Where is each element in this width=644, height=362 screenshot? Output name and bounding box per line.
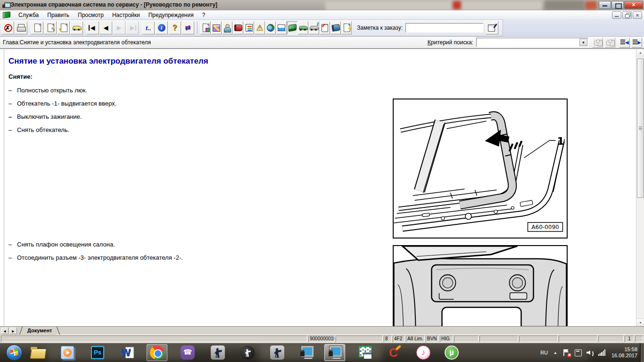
green-car-icon <box>299 24 307 32</box>
taskbar-chrome[interactable] <box>147 344 167 361</box>
action-center-flag-icon[interactable] <box>563 349 570 356</box>
order-note-button[interactable] <box>486 21 498 34</box>
show-desktop-button[interactable] <box>640 343 644 362</box>
tray-window-icon[interactable] <box>575 349 582 356</box>
exit-button[interactable]: ✗ <box>1 21 14 34</box>
menu-prosmotr[interactable]: Просмотр <box>74 11 108 19</box>
screen-settings-button[interactable] <box>276 21 287 34</box>
language-indicator[interactable]: RU <box>540 350 548 355</box>
scrollbar-thumb[interactable] <box>637 58 644 198</box>
refresh-button[interactable]: ⇄ <box>182 21 194 34</box>
photoshop-icon: Ps <box>91 346 104 359</box>
print-button[interactable] <box>15 21 27 34</box>
status-cell <box>598 336 624 342</box>
green-book-icon <box>289 24 297 32</box>
menu-sluzhba[interactable]: Служба <box>14 11 43 19</box>
mdi-restore-button[interactable] <box>622 11 632 19</box>
vehicle-button[interactable] <box>70 21 83 34</box>
page-question-icon: ? <box>342 24 351 32</box>
tab-document[interactable]: Документ <box>23 327 57 335</box>
taskbar-viber[interactable]: ☎ <box>177 344 198 361</box>
go-first-button[interactable]: ◀ <box>86 21 99 34</box>
taskbar-counter-strike-3[interactable] <box>267 344 288 361</box>
taskbar-elsa-active[interactable] <box>324 344 345 361</box>
toolbar: ✗ ✎ ★ ◀ ◀ ▶ ▶ t.. i ? ⇄ ⚠ i ✓ ? Заметка … <box>0 20 644 37</box>
close-button[interactable]: × <box>624 1 643 9</box>
network-signal-icon[interactable] <box>598 349 606 356</box>
warnings-button[interactable]: ⚠ <box>255 21 265 34</box>
expand-list-button[interactable]: ▶ <box>631 38 642 48</box>
scroll-up-button[interactable]: ▲ <box>636 49 644 57</box>
worklist-button[interactable] <box>244 21 254 34</box>
edit-document-button[interactable]: ✎ <box>44 21 57 34</box>
tab-scroll-right-button[interactable]: ▶ <box>9 328 17 334</box>
vertical-scrollbar[interactable]: ▲ ▼ <box>636 49 644 327</box>
media-document-button[interactable] <box>200 21 211 34</box>
counter-strike-icon <box>211 346 225 360</box>
taskbar-counter-strike[interactable] <box>207 344 228 361</box>
word-icon: W <box>121 346 134 359</box>
search-criteria-combobox[interactable]: ▼ <box>476 38 588 47</box>
taskbar-explorer[interactable] <box>27 344 48 361</box>
customer-button[interactable] <box>222 21 232 34</box>
repair-manual-button[interactable] <box>287 21 297 34</box>
go-previous-button[interactable]: ◀ <box>99 21 112 34</box>
clock[interactable]: 15:58 16.08.2017 <box>611 346 637 359</box>
collapse-list-button[interactable]: ◀ <box>619 38 630 48</box>
go-last-button[interactable]: ▶ <box>126 21 139 34</box>
menu-nastroyki[interactable]: Настройки <box>108 11 144 19</box>
volume-icon[interactable] <box>586 349 594 356</box>
info-button[interactable]: i <box>155 21 168 34</box>
taskbar-utorrent[interactable]: µ <box>441 344 462 361</box>
status-cell <box>454 336 479 342</box>
mdi-window-controls: × <box>611 11 642 19</box>
taskbar-media-player[interactable] <box>57 344 78 361</box>
online-button[interactable] <box>265 21 276 34</box>
scroll-down-button[interactable]: ▼ <box>636 319 644 327</box>
vehicle-info-button[interactable]: i <box>309 21 319 34</box>
taskbar-ccleaner[interactable]: C <box>385 344 405 361</box>
new-from-template-button[interactable]: ★ <box>57 21 70 34</box>
mdi-minimize-button[interactable] <box>612 11 621 19</box>
new-document-button[interactable] <box>31 21 43 34</box>
literature-button[interactable] <box>330 21 341 34</box>
window-controls: × <box>598 1 643 9</box>
parts-catalog-button[interactable] <box>211 21 222 34</box>
document-help-button[interactable]: ? <box>341 21 352 34</box>
taskbar-counter-strike-2[interactable] <box>237 344 258 361</box>
taskbar-itunes[interactable]: ♪ <box>413 344 434 361</box>
list-lines-icon <box>620 40 625 45</box>
step-item: –Снять обтекатель. <box>8 126 69 133</box>
chevron-down-icon[interactable]: ▼ <box>579 39 587 46</box>
taskbar-word[interactable]: W <box>117 344 138 361</box>
menu-pravit[interactable]: Править <box>43 11 74 19</box>
windows-flag-icon <box>10 348 18 357</box>
maximize-button[interactable] <box>611 1 624 9</box>
taskbar-elsa[interactable] <box>296 344 317 361</box>
mdi-close-button[interactable]: × <box>633 11 642 19</box>
history-button[interactable]: t.. <box>142 21 155 34</box>
status-cell-model: A8 Lim. <box>406 336 425 342</box>
media-player-icon <box>61 346 74 359</box>
start-button[interactable] <box>4 344 25 361</box>
background-window-blur <box>545 0 585 10</box>
hidden-icons-arrow[interactable]: ▲ <box>553 351 557 355</box>
checklist-button[interactable]: ✓ <box>320 21 330 34</box>
manual-button[interactable] <box>233 21 243 34</box>
vehicle-data-button[interactable] <box>298 21 308 34</box>
step-item: –Полностью открыть люк. <box>8 87 87 94</box>
help-button[interactable]: ? <box>168 21 181 34</box>
taskbar-script-app[interactable] <box>355 344 376 361</box>
menu-help[interactable]: ? <box>198 11 210 19</box>
taskbar-photoshop[interactable]: Ps <box>87 344 108 361</box>
minimize-button[interactable] <box>599 1 611 9</box>
note-icon <box>487 24 496 32</box>
green-book-icon[interactable] <box>3 11 10 18</box>
search-forward-button[interactable] <box>604 38 615 48</box>
order-note-input[interactable] <box>405 23 483 33</box>
workstation-icon <box>299 346 314 359</box>
go-next-button[interactable]: ▶ <box>113 21 125 34</box>
tab-scroll-left-button[interactable]: ◀ <box>1 328 8 334</box>
search-back-button[interactable] <box>592 38 603 48</box>
menu-preduprezhdeniya[interactable]: Предупреждения <box>144 11 198 19</box>
